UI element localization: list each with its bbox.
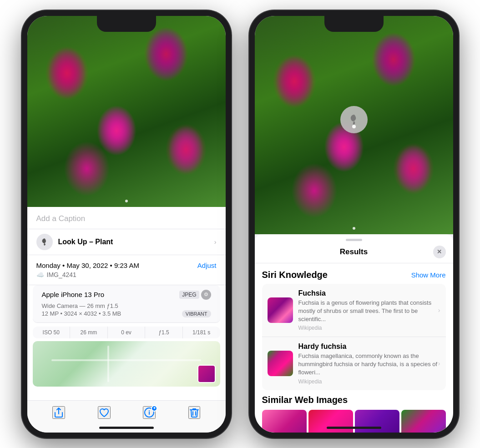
fuchsia-name: Fuchsia [298, 289, 440, 297]
hardy-desc: Fuchsia magellanica, commonly known as t… [298, 352, 440, 377]
map-road-h [51, 359, 202, 361]
knowledge-item-hardy[interactable]: Hardy fuchsia Fuchsia magellanica, commo… [262, 337, 446, 390]
share-button[interactable] [52, 406, 65, 419]
vlu-icon [36, 234, 53, 250]
hardy-name: Hardy fuchsia [298, 342, 440, 351]
fuchsia-thumbnail [268, 297, 293, 323]
fuchsia-source: Wikipedia [298, 325, 440, 331]
info-button[interactable]: ✦ [143, 406, 156, 419]
similar-title: Similar Web Images [262, 395, 446, 405]
favorite-button[interactable] [98, 406, 111, 419]
results-body: Siri Knowledge Show More Fuchsia Fuchsia… [255, 263, 453, 433]
exif-ev: 0 ev [108, 327, 146, 338]
results-sheet: Results ✕ Siri Knowledge Show More [255, 234, 453, 433]
phone-1: Add a Caption Look Up – Plant [22, 10, 231, 438]
flower-photo-2[interactable] [255, 16, 453, 234]
filename-row: ☁️ IMG_4241 [36, 271, 217, 278]
vibrant-badge: VIBRANT [182, 310, 211, 317]
map-thumbnail [197, 365, 216, 383]
similar-img-2[interactable] [308, 410, 353, 433]
exif-row: ISO 50 26 mm 0 ev ƒ1.5 1/181 s [33, 327, 220, 338]
home-indicator-1 [99, 427, 154, 429]
vlu-circle [340, 106, 368, 133]
notch-2 [324, 16, 384, 32]
photo-date: Monday • May 30, 2022 • 9:23 AM [36, 262, 139, 269]
phone-1-screen: Add a Caption Look Up – Plant [27, 16, 226, 433]
phone-2: Results ✕ Siri Knowledge Show More [249, 10, 459, 438]
close-button[interactable]: ✕ [433, 246, 446, 258]
similar-img-3[interactable] [355, 410, 399, 433]
camera-model: Apple iPhone 13 Pro [42, 291, 105, 298]
fuchsia-text: Fuchsia Fuchsia is a genus of flowering … [298, 289, 440, 332]
show-more-button[interactable]: Show More [411, 271, 446, 279]
info-section: Add a Caption Look Up – Plant [27, 207, 226, 433]
exif-mm: 26 mm [70, 327, 108, 338]
adjust-button[interactable]: Adjust [197, 262, 217, 269]
exif-shutter: 1/181 s [183, 327, 220, 338]
vlu-dot [352, 125, 356, 128]
hardy-chevron: › [438, 360, 440, 367]
siri-knowledge-header: Siri Knowledge Show More [262, 263, 446, 284]
caption-placeholder[interactable]: Add a Caption [36, 214, 86, 223]
info-badge: ✦ [151, 405, 157, 412]
fuchsia-desc: Fuchsia is a genus of flowering plants t… [298, 299, 440, 324]
cloud-icon: ☁️ [36, 271, 44, 278]
lookup-label: Look Up – Plant [58, 238, 113, 246]
delete-button[interactable] [188, 406, 200, 419]
phone-2-screen: Results ✕ Siri Knowledge Show More [255, 16, 453, 433]
sheet-handle [346, 239, 362, 241]
lookup-chevron: › [214, 238, 217, 246]
exif-iso: ISO 50 [33, 327, 71, 338]
meta-section: Monday • May 30, 2022 • 9:23 AM Adjust ☁… [27, 255, 226, 285]
siri-knowledge-title: Siri Knowledge [262, 270, 328, 280]
caption-area[interactable]: Add a Caption [27, 207, 226, 229]
mp-info: 12 MP • 3024 × 4032 • 3.5 MB [42, 310, 121, 317]
page-indicator [125, 200, 128, 202]
knowledge-card: Fuchsia Fuchsia is a genus of flowering … [262, 284, 446, 390]
jpeg-badge: JPEG [179, 291, 199, 299]
similar-img-1[interactable] [262, 410, 307, 433]
phone1-content: Add a Caption Look Up – Plant [27, 16, 226, 433]
similar-images-row [262, 410, 446, 433]
fuchsia-chevron: › [438, 307, 440, 314]
page-indicator-2 [353, 227, 355, 230]
phone2-content: Results ✕ Siri Knowledge Show More [255, 16, 453, 433]
map-road-v [107, 346, 109, 382]
settings-icon: ⚙ [201, 290, 211, 300]
similar-img-4[interactable] [401, 410, 446, 433]
lookup-row[interactable]: Look Up – Plant › [27, 229, 226, 255]
home-indicator-2 [327, 427, 381, 429]
exif-aperture: ƒ1.5 [145, 327, 183, 338]
results-header: Results ✕ [255, 244, 453, 263]
flower-photo-1[interactable] [27, 16, 226, 207]
map-preview[interactable] [33, 341, 220, 387]
results-title: Results [275, 247, 433, 257]
camera-detail: Wide Camera — 26 mm ƒ1.5 [42, 302, 211, 309]
hardy-source: Wikipedia [298, 378, 440, 385]
hardy-text: Hardy fuchsia Fuchsia magellanica, commo… [298, 342, 440, 385]
camera-section: Apple iPhone 13 Pro JPEG ⚙ Wide Camera —… [33, 285, 220, 323]
knowledge-item-fuchsia[interactable]: Fuchsia Fuchsia is a genus of flowering … [262, 284, 446, 337]
hardy-thumbnail [268, 351, 293, 376]
notch-1 [97, 16, 156, 32]
filename: IMG_4241 [47, 271, 76, 278]
